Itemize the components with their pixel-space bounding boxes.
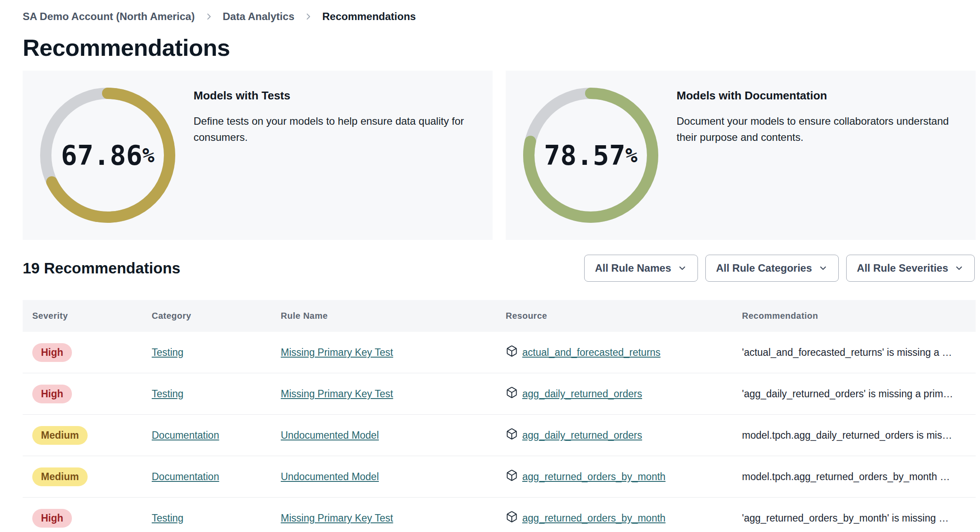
breadcrumb-item-current: Recommendations — [322, 10, 416, 23]
filter-label: All Rule Categories — [716, 262, 812, 274]
tests-percent-value: 67.86% — [40, 88, 175, 223]
column-header-category: Category — [152, 311, 281, 321]
recommendation-text: 'agg_daily_returned_orders' is missing a… — [742, 388, 976, 400]
rule-name-link[interactable]: Missing Primary Key Test — [281, 388, 393, 399]
card-description: Document your models to ensure collabora… — [677, 113, 958, 145]
resource-link[interactable]: agg_daily_returned_orders — [522, 388, 642, 400]
category-link[interactable]: Documentation — [152, 471, 219, 482]
column-header-severity: Severity — [32, 311, 152, 321]
documentation-donut-chart: 78.57% — [523, 88, 658, 223]
recommendation-text: model.tpch.agg_daily_returned_orders is … — [742, 430, 976, 441]
recommendation-text: 'actual_and_forecasted_returns' is missi… — [742, 347, 976, 358]
category-link[interactable]: Testing — [152, 347, 184, 358]
filter-label: All Rule Names — [595, 262, 671, 274]
card-models-with-documentation: 78.57% Models with Documentation Documen… — [506, 71, 976, 240]
severity-badge: High — [32, 343, 72, 362]
category-link[interactable]: Testing — [152, 388, 184, 399]
severity-badge: Medium — [32, 426, 88, 445]
chevron-down-icon — [954, 263, 964, 273]
model-box-icon — [506, 511, 518, 525]
severity-badge: High — [32, 385, 72, 403]
category-link[interactable]: Testing — [152, 512, 184, 524]
tests-donut-chart: 67.86% — [40, 88, 175, 223]
breadcrumb: SA Demo Account (North America) Data Ana… — [23, 10, 976, 23]
card-title: Models with Tests — [194, 89, 475, 102]
page-title: Recommendations — [23, 34, 976, 61]
recommendation-text: 'agg_returned_orders_by_month' is missin… — [742, 512, 976, 524]
resource-link[interactable]: agg_daily_returned_orders — [522, 430, 642, 441]
recommendations-page: SA Demo Account (North America) Data Ana… — [0, 0, 980, 532]
filter-rule-names-button[interactable]: All Rule Names — [584, 255, 698, 282]
table-row: High Testing Missing Primary Key Test ac… — [23, 332, 976, 373]
chevron-down-icon — [818, 263, 828, 273]
severity-badge: High — [32, 509, 72, 528]
filter-label: All Rule Severities — [857, 262, 948, 274]
filter-rule-severities-button[interactable]: All Rule Severities — [846, 255, 975, 282]
chevron-down-icon — [677, 263, 687, 273]
card-models-with-tests: 67.86% Models with Tests Define tests on… — [23, 71, 493, 240]
chevron-right-icon — [204, 12, 213, 21]
table-row: Medium Documentation Undocumented Model … — [23, 415, 976, 456]
filter-rule-categories-button[interactable]: All Rule Categories — [705, 255, 839, 282]
card-description: Define tests on your models to help ensu… — [194, 113, 475, 145]
resource-link[interactable]: actual_and_forecasted_returns — [522, 347, 660, 358]
filter-group: All Rule Names All Rule Categories All R… — [584, 255, 975, 282]
resource-link[interactable]: agg_returned_orders_by_month — [522, 471, 666, 483]
table-row: High Testing Missing Primary Key Test ag… — [23, 373, 976, 415]
column-header-resource: Resource — [506, 311, 742, 321]
model-box-icon — [506, 345, 518, 360]
card-text: Models with Documentation Document your … — [677, 71, 958, 145]
severity-badge: Medium — [32, 467, 88, 486]
model-box-icon — [506, 386, 518, 401]
rule-name-link[interactable]: Missing Primary Key Test — [281, 347, 393, 358]
rule-name-link[interactable]: Undocumented Model — [281, 430, 379, 441]
breadcrumb-item-account[interactable]: SA Demo Account (North America) — [23, 10, 195, 23]
rule-name-link[interactable]: Missing Primary Key Test — [281, 512, 393, 524]
card-title: Models with Documentation — [677, 89, 958, 102]
column-header-rule-name: Rule Name — [281, 311, 506, 321]
column-header-recommendation: Recommendation — [742, 311, 976, 321]
table-row: High Testing Missing Primary Key Test ag… — [23, 498, 976, 532]
table-toolbar: 19 Recommendations All Rule Names All Ru… — [23, 255, 976, 282]
table-header: Severity Category Rule Name Resource Rec… — [23, 300, 976, 332]
documentation-percent-value: 78.57% — [523, 88, 658, 223]
model-box-icon — [506, 428, 518, 443]
recommendation-text: model.tpch.agg_returned_orders_by_month … — [742, 471, 976, 483]
recommendations-count-heading: 19 Recommendations — [23, 259, 180, 277]
resource-link[interactable]: agg_returned_orders_by_month — [522, 512, 666, 524]
category-link[interactable]: Documentation — [152, 430, 219, 441]
table-row: Medium Documentation Undocumented Model … — [23, 456, 976, 498]
breadcrumb-item-project[interactable]: Data Analytics — [223, 10, 295, 23]
rule-name-link[interactable]: Undocumented Model — [281, 471, 379, 482]
card-text: Models with Tests Define tests on your m… — [194, 71, 475, 145]
chevron-right-icon — [304, 12, 313, 21]
recommendations-table: Severity Category Rule Name Resource Rec… — [23, 300, 976, 532]
summary-cards: 67.86% Models with Tests Define tests on… — [23, 71, 976, 240]
model-box-icon — [506, 469, 518, 484]
